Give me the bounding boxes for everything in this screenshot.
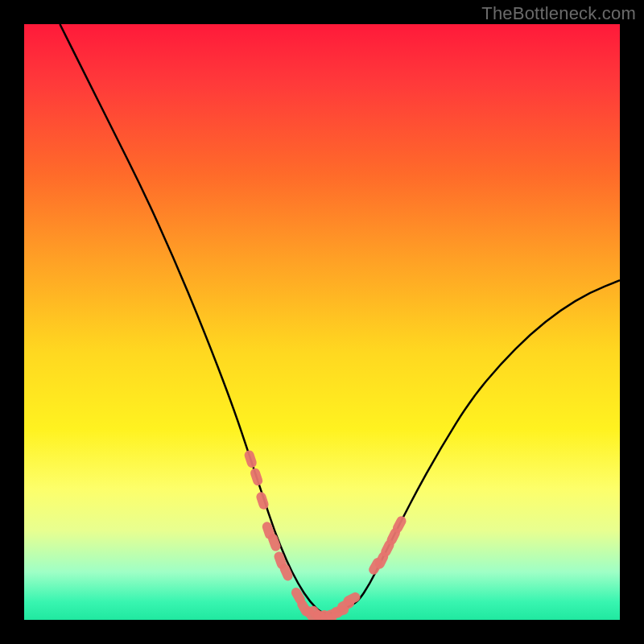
chart-frame: TheBottleneck.com bbox=[0, 0, 644, 644]
curve-marker bbox=[243, 449, 258, 469]
curve-marker bbox=[249, 467, 263, 487]
curve-markers bbox=[243, 449, 408, 620]
curve-svg bbox=[24, 24, 620, 620]
bottleneck-curve bbox=[60, 24, 620, 614]
plot-area bbox=[24, 24, 620, 620]
watermark-text: TheBottleneck.com bbox=[481, 3, 636, 24]
